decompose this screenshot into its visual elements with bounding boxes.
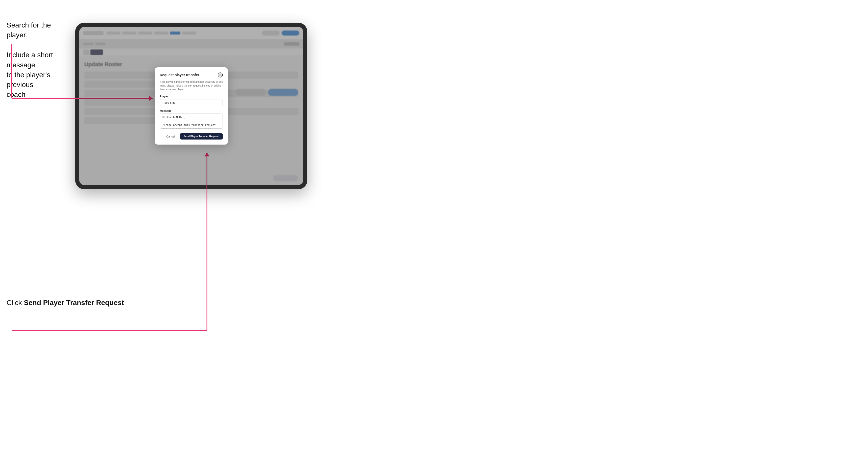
player-field-label: Player [160, 95, 223, 98]
modal-title: Request player transfer [160, 73, 199, 77]
send-transfer-request-button[interactable]: Send Player Transfer Request [180, 133, 223, 139]
tablet-device: Update Roster Request player transfer ✕ [75, 23, 307, 189]
modal-close-button[interactable]: ✕ [218, 72, 223, 77]
annotation-click-prefix: Click [6, 299, 24, 307]
player-input[interactable] [160, 99, 223, 106]
annotation-message-text: Include a short messageto the player's p… [6, 50, 72, 99]
cancel-button[interactable]: Cancel [164, 133, 177, 139]
modal-header: Request player transfer ✕ [160, 72, 223, 77]
modal-actions: Cancel Send Player Transfer Request [160, 133, 223, 139]
modal-description: If the player is transferring from anoth… [160, 80, 223, 91]
tablet-screen: Update Roster Request player transfer ✕ [79, 27, 303, 185]
annotation-click-bold: Send Player Transfer Request [24, 299, 124, 307]
annotation-search-text: Search for the player. [6, 20, 72, 40]
annotation-search: Search for the player. Include a short m… [6, 20, 72, 110]
modal-overlay: Request player transfer ✕ If the player … [79, 27, 303, 185]
message-textarea[interactable]: Hi Coach McHarg, Please accept this tran… [160, 114, 223, 129]
message-field-label: Message [160, 109, 223, 112]
transfer-request-modal: Request player transfer ✕ If the player … [155, 67, 228, 145]
annotation-click-text: Click Send Player Transfer Request [6, 298, 124, 308]
